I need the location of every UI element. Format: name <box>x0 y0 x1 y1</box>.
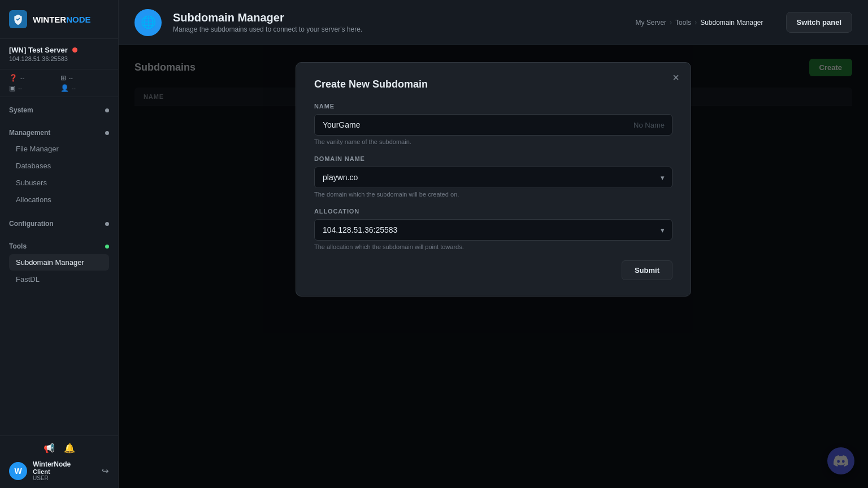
sidebar-item-subdomain-manager[interactable]: Subdomain Manager <box>9 254 109 271</box>
server-info: [WN] Test Server 104.128.51.36:25583 <box>0 39 118 69</box>
stat-ram: ⊞ -- <box>60 74 110 82</box>
user-details: WinterNode Client USER <box>33 460 71 481</box>
domain-select-wrap: playwn.co ▾ <box>314 167 672 188</box>
page-title: Subdomain Manager <box>173 11 624 24</box>
allocation-select-wrap: 104.128.51.36:25583 ▾ <box>314 219 672 241</box>
server-ip: 104.128.51.36:25583 <box>9 55 109 62</box>
domain-hint: The domain which the subdomain will be c… <box>314 191 672 198</box>
stat-disk: ▣ -- <box>9 84 58 92</box>
breadcrumb: My Server › Tools › Subdomain Manager <box>635 19 763 27</box>
form-group-allocation: ALLOCATION 104.128.51.36:25583 ▾ The all… <box>314 208 672 250</box>
create-subdomain-modal: Create New Subdomain × NAME No Name The … <box>296 62 691 297</box>
content-area: Subdomains Create NAME ALLOCATION Create… <box>119 45 868 488</box>
main-content: 🌐 Subdomain Manager Manage the subdomain… <box>119 0 868 488</box>
user-name: WinterNode <box>33 460 71 468</box>
breadcrumb-sep-1: › <box>670 19 672 27</box>
domain-select[interactable]: playwn.co <box>314 167 672 188</box>
section-system-label[interactable]: System <box>9 103 109 117</box>
stat-cpu: ❓ -- <box>9 74 58 82</box>
sidebar: WINTERNODE [WN] Test Server 104.128.51.3… <box>0 0 119 488</box>
modal-title: Create New Subdomain <box>314 79 672 90</box>
section-management-label[interactable]: Management <box>9 125 109 140</box>
sidebar-item-allocations[interactable]: Allocations <box>9 191 109 208</box>
logo-icon <box>9 10 27 28</box>
cpu-icon: ❓ <box>9 74 18 82</box>
name-input-row: No Name <box>314 114 672 136</box>
logo: WINTERNODE <box>0 0 118 39</box>
form-group-domain: DOMAIN NAME playwn.co ▾ The domain which… <box>314 155 672 198</box>
sidebar-item-databases[interactable]: Databases <box>9 158 109 174</box>
sidebar-item-file-manager[interactable]: File Manager <box>9 141 109 157</box>
name-input[interactable] <box>314 114 672 136</box>
allocation-label: ALLOCATION <box>314 208 672 215</box>
sidebar-bottom: 📢 🔔 W WinterNode Client USER ↪ <box>0 435 118 488</box>
allocation-select[interactable]: 104.128.51.36:25583 <box>314 219 672 241</box>
sidebar-item-subusers[interactable]: Subusers <box>9 175 109 191</box>
logout-button[interactable]: ↪ <box>102 466 109 476</box>
modal-close-button[interactable]: × <box>672 72 679 83</box>
section-system-dot <box>105 108 109 112</box>
allocation-hint: The allocation which the subdomain will … <box>314 243 672 250</box>
megaphone-button[interactable]: 📢 <box>44 443 55 454</box>
section-configuration-label[interactable]: Configuration <box>9 216 109 231</box>
sidebar-actions: 📢 🔔 <box>9 443 109 454</box>
topbar-icon: 🌐 <box>134 9 162 36</box>
name-hint: The vanity name of the subdomain. <box>314 138 672 145</box>
section-tools-dot <box>105 245 109 249</box>
ram-icon: ⊞ <box>60 74 66 82</box>
switch-panel-button[interactable]: Switch panel <box>786 12 852 33</box>
breadcrumb-tools: Tools <box>675 19 691 27</box>
logo-text: WINTERNODE <box>33 15 91 24</box>
section-configuration: Configuration <box>0 211 118 233</box>
section-tools: Tools Subdomain Manager FastDL <box>0 233 118 290</box>
page-subtitle: Manage the subdomains used to connect to… <box>173 25 624 33</box>
server-status-dot <box>72 47 77 53</box>
topbar-titles: Subdomain Manager Manage the subdomains … <box>173 11 624 33</box>
form-group-name: NAME No Name The vanity name of the subd… <box>314 103 672 145</box>
bell-button[interactable]: 🔔 <box>64 443 75 454</box>
stat-players: 👤 -- <box>60 84 110 92</box>
players-icon: 👤 <box>60 84 69 92</box>
server-name-label: [WN] Test Server <box>9 46 68 54</box>
section-tools-label[interactable]: Tools <box>9 239 109 254</box>
section-management: Management File Manager Databases Subuse… <box>0 120 118 211</box>
server-stats: ❓ -- ⊞ -- ▣ -- 👤 -- <box>0 69 118 97</box>
user-avatar: W <box>9 462 27 480</box>
section-system: System <box>0 97 118 120</box>
user-name2: Client <box>33 468 71 475</box>
domain-label: DOMAIN NAME <box>314 155 672 162</box>
server-name: [WN] Test Server <box>9 46 109 54</box>
modal-overlay: Create New Subdomain × NAME No Name The … <box>119 45 868 488</box>
modal-footer: Submit <box>314 260 672 280</box>
user-role: USER <box>33 475 71 481</box>
breadcrumb-my-server: My Server <box>635 19 666 27</box>
section-management-dot <box>105 131 109 135</box>
section-configuration-dot <box>105 222 109 226</box>
breadcrumb-sep-2: › <box>695 19 697 27</box>
breadcrumb-current: Subdomain Manager <box>700 19 763 27</box>
sidebar-item-fastdl[interactable]: FastDL <box>9 271 109 287</box>
topbar: 🌐 Subdomain Manager Manage the subdomain… <box>119 0 868 45</box>
user-info: W WinterNode Client USER ↪ <box>9 460 109 481</box>
name-label: NAME <box>314 103 672 110</box>
disk-icon: ▣ <box>9 84 15 92</box>
submit-button[interactable]: Submit <box>622 260 672 280</box>
